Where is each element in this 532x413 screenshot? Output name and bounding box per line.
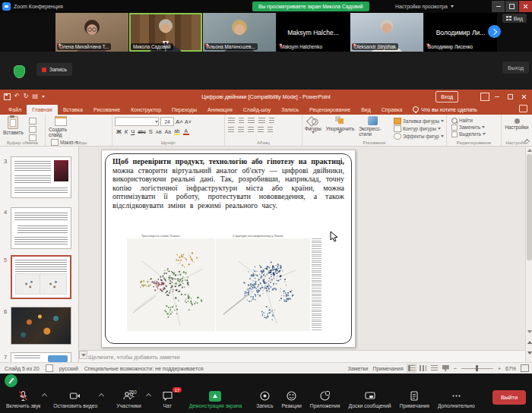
tab-file[interactable]: Файл bbox=[3, 105, 27, 115]
fit-slide-to-window-icon[interactable] bbox=[521, 364, 529, 372]
slide-sorter-view-icon[interactable] bbox=[420, 365, 426, 371]
notes-button[interactable]: Примечания bbox=[400, 390, 429, 408]
zoom-slider-thumb[interactable] bbox=[476, 365, 478, 371]
shape-effects-button[interactable]: Эффекты фигур bbox=[394, 133, 444, 140]
customize-qat-icon[interactable] bbox=[42, 96, 45, 98]
grow-font-icon[interactable]: А˄ bbox=[176, 118, 183, 125]
more-button[interactable]: Дополнительно bbox=[438, 390, 475, 408]
participant-tile[interactable]: Oleksandr Stryzhak bbox=[350, 13, 423, 52]
comments-icon[interactable] bbox=[519, 105, 527, 112]
copy-icon[interactable] bbox=[29, 126, 36, 133]
chat-button[interactable]: 17 Чат bbox=[162, 390, 173, 408]
save-icon[interactable] bbox=[4, 93, 11, 100]
shape-outline-button[interactable]: Контур фигуры bbox=[394, 125, 444, 132]
reactions-button[interactable]: Реакции bbox=[282, 390, 302, 408]
reading-view-icon[interactable] bbox=[431, 365, 438, 371]
shrink-font-icon[interactable]: А˅ bbox=[185, 119, 192, 125]
line-spacing-icon[interactable] bbox=[269, 118, 274, 124]
columns-icon[interactable] bbox=[268, 127, 273, 133]
comments-toggle[interactable]: Примечания bbox=[372, 366, 403, 371]
slide-paragraph[interactable]: Щоб перевірити продукт, технологію або г… bbox=[112, 157, 344, 210]
new-slide-button[interactable]: Создать слайд bbox=[49, 116, 73, 137]
tab-review[interactable]: Рецензирование bbox=[304, 105, 356, 115]
undo-icon[interactable]: ↶ bbox=[14, 93, 20, 99]
highlight-color-icon[interactable]: ab bbox=[174, 128, 180, 135]
tab-transitions[interactable]: Переходы bbox=[166, 105, 202, 115]
text-shadow-icon[interactable]: S bbox=[149, 128, 153, 135]
italic-icon[interactable]: К bbox=[125, 128, 128, 135]
tab-record[interactable]: Запись bbox=[276, 105, 304, 115]
apps-button[interactable]: Приложения bbox=[310, 390, 340, 408]
thumbnails-scroll-down-button[interactable] bbox=[79, 351, 87, 359]
normal-view-icon[interactable] bbox=[408, 365, 415, 371]
participant-tile[interactable]: Maksym Halche... Maksym Halchenko bbox=[277, 13, 350, 52]
gallery-view-button[interactable]: Вид bbox=[502, 14, 527, 23]
slide-thumbnail-6[interactable]: 6 bbox=[0, 307, 78, 345]
redo-icon[interactable]: ↻ bbox=[24, 93, 29, 99]
font-name-combobox[interactable] bbox=[115, 117, 159, 126]
leave-meeting-button[interactable]: Выйти bbox=[492, 390, 526, 405]
zoom-percentage[interactable]: 67% bbox=[505, 366, 516, 371]
find-button[interactable]: Найти bbox=[451, 117, 501, 124]
tab-help[interactable]: Справка bbox=[376, 105, 407, 115]
tab-draw[interactable]: Рисование bbox=[88, 105, 125, 115]
next-slide-button[interactable] bbox=[527, 350, 532, 355]
slide-thumbnail-4[interactable]: 4 bbox=[0, 207, 78, 249]
start-slideshow-icon[interactable]: ▤ bbox=[32, 93, 38, 99]
language-indicator[interactable]: русский bbox=[59, 366, 78, 371]
decrease-indent-icon[interactable] bbox=[248, 118, 255, 124]
record-button[interactable]: Запись bbox=[256, 390, 273, 408]
audio-options-chevron[interactable] bbox=[42, 393, 47, 399]
exit-fullscreen-button[interactable]: Выход bbox=[502, 61, 529, 74]
participants-options-chevron[interactable] bbox=[146, 393, 151, 399]
align-left-icon[interactable] bbox=[228, 127, 234, 133]
scroll-down-arrow[interactable] bbox=[527, 329, 532, 334]
sign-in-button[interactable]: Вход bbox=[435, 91, 458, 102]
minimize-button[interactable] bbox=[492, 1, 505, 12]
previous-slide-button[interactable] bbox=[527, 339, 532, 345]
character-spacing-icon[interactable]: АВ bbox=[156, 130, 162, 134]
shape-fill-button[interactable]: Заливка фигуры bbox=[394, 118, 444, 125]
addin-settings-button[interactable]: Настройки bbox=[502, 116, 532, 130]
bullets-icon[interactable] bbox=[228, 118, 235, 124]
accessibility-status[interactable]: Специальные возможности: не поддерживает… bbox=[84, 366, 204, 371]
tab-design[interactable]: Конструктор bbox=[125, 105, 166, 115]
paste-button[interactable]: Вставить bbox=[3, 116, 24, 135]
collapse-ribbon-icon[interactable] bbox=[524, 140, 530, 143]
tab-insert[interactable]: Вставка bbox=[58, 105, 88, 115]
zoom-out-icon[interactable]: − bbox=[454, 366, 457, 371]
meeting-info-shield-icon[interactable] bbox=[14, 65, 25, 78]
participant-tile[interactable]: Альона Малиношев... bbox=[203, 13, 276, 52]
change-case-icon[interactable]: Аа bbox=[165, 129, 171, 134]
select-button[interactable]: Выделить bbox=[451, 131, 501, 137]
current-slide[interactable]: Щоб перевірити продукт, технологію або г… bbox=[101, 150, 356, 348]
stop-video-button[interactable]: Остановить видео bbox=[53, 390, 97, 408]
tell-me-box[interactable]: Что вы хотите сделать bbox=[407, 104, 483, 115]
tab-animations[interactable]: Анимация bbox=[202, 105, 238, 115]
justify-icon[interactable] bbox=[258, 127, 264, 133]
underline-icon[interactable]: Ч bbox=[131, 128, 135, 135]
view-settings-menu[interactable]: Настройки просмотра bbox=[395, 0, 454, 13]
tab-slideshow[interactable]: Слайд-шоу bbox=[238, 105, 276, 115]
spellcheck-icon[interactable] bbox=[46, 364, 53, 372]
bold-icon[interactable]: Ж bbox=[116, 128, 122, 135]
close-button[interactable] bbox=[519, 1, 532, 12]
scrollbar-thumb[interactable] bbox=[527, 154, 532, 260]
vertical-scrollbar[interactable] bbox=[525, 147, 532, 364]
slide-thumbnail-3[interactable]: 3 bbox=[0, 156, 78, 198]
notes-toggle[interactable]: Заметки bbox=[348, 366, 369, 371]
zoom-in-icon[interactable]: + bbox=[498, 366, 501, 371]
ribbon-display-options-icon[interactable] bbox=[480, 93, 489, 101]
tab-home[interactable]: Главная bbox=[27, 105, 58, 115]
ppt-close-button[interactable] bbox=[518, 91, 530, 102]
font-color-icon[interactable]: А bbox=[183, 128, 189, 135]
scroll-up-arrow[interactable] bbox=[527, 147, 532, 153]
replace-button[interactable]: Заменить bbox=[451, 124, 501, 131]
ppt-minimize-button[interactable] bbox=[490, 91, 503, 102]
increase-indent-icon[interactable] bbox=[258, 118, 265, 124]
ppt-restore-button[interactable] bbox=[504, 91, 517, 102]
unmute-button[interactable]: Включить звук bbox=[6, 390, 40, 408]
slideshow-view-icon[interactable] bbox=[442, 365, 449, 371]
maximize-button[interactable] bbox=[505, 1, 518, 12]
recording-indicator[interactable]: Запись bbox=[36, 63, 72, 76]
